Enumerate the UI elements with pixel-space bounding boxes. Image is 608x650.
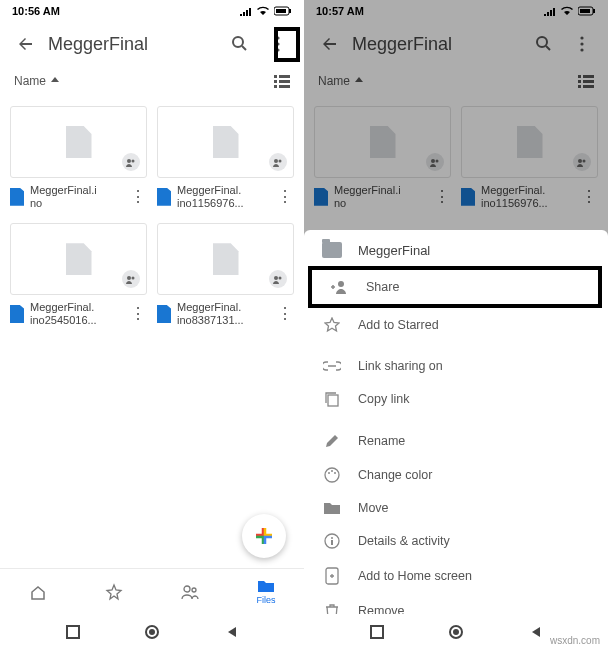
arrow-left-icon: [17, 35, 35, 53]
svg-rect-17: [67, 626, 79, 638]
svg-point-11: [127, 276, 131, 280]
menu-label: Move: [358, 501, 389, 515]
file-name: MeggerFinal.ino2545016...: [30, 301, 123, 326]
sys-home[interactable]: [145, 625, 159, 639]
signal-icon: [240, 6, 252, 16]
menu-add-starred[interactable]: Add to Starred: [304, 308, 608, 342]
file-grid: MeggerFinal.ino ⋮ MeggerFinal.ino1156976…: [0, 96, 304, 331]
menu-share[interactable]: Share: [308, 266, 602, 308]
status-time: 10:56 AM: [12, 5, 60, 17]
folder-move-icon: [323, 501, 341, 515]
sort-label[interactable]: Name: [14, 74, 46, 88]
svg-point-16: [192, 588, 196, 592]
document-icon: [213, 243, 239, 275]
menu-add-homescreen[interactable]: Add to Home screen: [304, 558, 608, 594]
svg-point-34: [328, 472, 330, 474]
sys-back[interactable]: [529, 625, 543, 639]
nav-home[interactable]: [0, 569, 76, 614]
file-more-button[interactable]: ⋮: [276, 187, 294, 206]
file-more-button[interactable]: ⋮: [129, 304, 147, 323]
star-icon: [105, 583, 123, 601]
svg-point-19: [149, 629, 155, 635]
sys-recent[interactable]: [66, 625, 80, 639]
file-thumbnail: [10, 223, 147, 295]
sort-row: Name: [0, 66, 304, 96]
file-tile[interactable]: MeggerFinal.ino ⋮: [10, 106, 147, 209]
sys-recent[interactable]: [370, 625, 384, 639]
svg-point-6: [276, 48, 279, 51]
svg-point-13: [274, 276, 278, 280]
file-type-icon: [157, 188, 171, 206]
trash-icon: [325, 603, 339, 614]
menu-label: Details & activity: [358, 534, 450, 548]
svg-point-12: [132, 277, 135, 280]
file-more-button[interactable]: ⋮: [129, 187, 147, 206]
right-phone: 10:57 AM MeggerFinal Name: [304, 0, 608, 650]
svg-rect-32: [328, 395, 338, 406]
nav-starred[interactable]: [76, 569, 152, 614]
menu-link-sharing[interactable]: Link sharing on: [304, 350, 608, 382]
status-icons: [240, 6, 292, 16]
sheet-folder-name: MeggerFinal: [358, 243, 430, 258]
file-more-button[interactable]: ⋮: [276, 304, 294, 323]
svg-point-38: [331, 537, 333, 539]
fab-add-button[interactable]: [242, 514, 286, 558]
svg-rect-41: [371, 626, 383, 638]
menu-label: Link sharing on: [358, 359, 443, 373]
options-bottom-sheet: MeggerFinal Share Add to Starred Link sh…: [304, 230, 608, 614]
svg-point-36: [334, 472, 336, 474]
menu-change-color[interactable]: Change color: [304, 458, 608, 492]
battery-icon: [274, 6, 292, 16]
svg-point-35: [331, 470, 333, 472]
svg-point-10: [279, 160, 282, 163]
file-tile[interactable]: MeggerFinal.ino1156976... ⋮: [157, 106, 294, 209]
sys-home[interactable]: [449, 625, 463, 639]
svg-point-3: [233, 37, 243, 47]
file-name: MeggerFinal.ino1156976...: [177, 184, 270, 209]
plus-icon: [253, 525, 275, 547]
shared-badge-icon: [269, 153, 287, 171]
info-icon: [324, 533, 340, 549]
bottom-nav: Files: [0, 568, 304, 614]
sheet-header: MeggerFinal: [304, 230, 608, 266]
back-button[interactable]: [10, 28, 42, 60]
wifi-icon: [256, 6, 270, 16]
more-vert-icon: [269, 35, 287, 53]
person-add-icon: [331, 279, 349, 295]
nav-files-label: Files: [256, 595, 275, 605]
folder-icon: [257, 578, 275, 594]
sys-back[interactable]: [225, 625, 239, 639]
copy-icon: [324, 391, 340, 407]
search-button[interactable]: [224, 28, 256, 60]
svg-point-31: [338, 281, 344, 287]
status-bar: 10:56 AM: [0, 0, 304, 22]
menu-remove[interactable]: Remove: [304, 594, 608, 614]
menu-label: Share: [366, 280, 399, 294]
svg-point-8: [132, 160, 135, 163]
document-icon: [66, 243, 92, 275]
more-button[interactable]: [262, 28, 294, 60]
svg-rect-2: [276, 9, 286, 13]
file-thumbnail: [10, 106, 147, 178]
file-type-icon: [10, 188, 24, 206]
shared-badge-icon: [122, 153, 140, 171]
file-name: MeggerFinal.ino: [30, 184, 123, 209]
menu-label: Change color: [358, 468, 432, 482]
svg-point-14: [279, 277, 282, 280]
nav-shared[interactable]: [152, 569, 228, 614]
page-title: MeggerFinal: [48, 34, 218, 55]
menu-rename[interactable]: Rename: [304, 424, 608, 458]
search-icon: [231, 35, 249, 53]
list-view-icon[interactable]: [274, 74, 290, 88]
arrow-up-icon: [50, 76, 60, 86]
menu-details[interactable]: Details & activity: [304, 524, 608, 558]
menu-move[interactable]: Move: [304, 492, 608, 524]
menu-copy-link[interactable]: Copy link: [304, 382, 608, 416]
shared-badge-icon: [269, 270, 287, 288]
nav-files[interactable]: Files: [228, 569, 304, 614]
file-tile[interactable]: MeggerFinal.ino2545016... ⋮: [10, 223, 147, 326]
file-tile[interactable]: MeggerFinal.ino8387131... ⋮: [157, 223, 294, 326]
file-name: MeggerFinal.ino8387131...: [177, 301, 270, 326]
left-phone: 10:56 AM MeggerFinal Name: [0, 0, 304, 650]
menu-label: Add to Home screen: [358, 569, 472, 583]
